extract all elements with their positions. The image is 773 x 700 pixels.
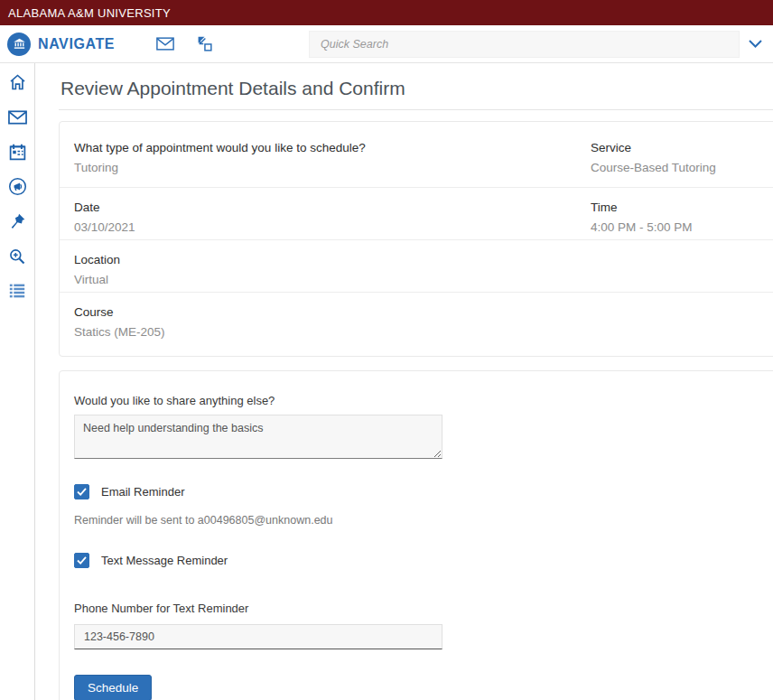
schedule-button[interactable]: Schedule [74,675,152,700]
service-value: Course-Based Tutoring [591,160,773,175]
phone-input[interactable] [74,624,442,649]
university-banner: ALABAMA A&M UNIVERSITY [0,0,773,25]
email-reminder-checkbox[interactable] [74,484,89,499]
main-content: Review Appointment Details and Confirm W… [35,63,773,700]
text-reminder-checkbox[interactable] [74,553,89,568]
location-value: Virtual [74,272,562,287]
app-header: NAVIGATE [0,25,773,63]
course-value: Statics (ME-205) [74,324,562,340]
phone-label: Phone Number for Text Reminder [74,601,773,617]
sidebar-item-messages[interactable] [0,100,35,135]
sidebar-item-pinned[interactable] [0,204,35,239]
service-label: Service [591,140,773,156]
mail-icon [8,110,27,125]
sidebar-item-calendar[interactable] [0,135,35,170]
title-divider [59,109,773,110]
course-label: Course [74,304,562,321]
email-reminder-checkbox-row[interactable]: Email Reminder [74,484,773,499]
text-reminder-label[interactable]: Text Message Reminder [101,554,228,567]
megaphone-icon [8,177,27,196]
chevron-down-icon[interactable] [749,40,762,48]
date-value: 03/10/2021 [74,219,562,235]
date-label: Date [74,200,562,216]
location-label: Location [74,252,562,268]
time-value: 4:00 PM - 5:00 PM [591,219,773,235]
details-row: Location Virtual [60,240,773,293]
navigate-logo-icon[interactable] [7,33,31,56]
pin-icon [8,212,26,230]
left-sidebar [0,63,35,700]
comments-label: Would you like to share anything else? [74,393,773,409]
page-title: Review Appointment Details and Confirm [61,78,773,99]
time-label: Time [591,200,773,216]
details-row: Course Statics (ME-205) [60,293,773,356]
details-row: Date 03/10/2021 Time 4:00 PM - 5:00 PM [60,188,773,240]
sidebar-item-lists[interactable] [0,274,35,309]
popout-icon[interactable] [196,35,213,52]
sidebar-item-campaigns[interactable] [0,170,35,205]
zoom-plus-icon [8,247,26,266]
list-icon [8,283,26,299]
quick-search-input[interactable] [309,31,740,58]
appointment-type-value: Tutoring [74,160,562,175]
brand-name[interactable]: NAVIGATE [38,36,115,52]
check-icon [77,488,87,496]
appointment-type-label: What type of appointment would you like … [74,140,562,156]
check-icon [77,556,87,565]
email-reminder-label[interactable]: Email Reminder [101,485,184,499]
confirm-form-card: Would you like to share anything else? N… [59,370,773,700]
sidebar-item-home[interactable] [0,65,35,100]
text-reminder-checkbox-row[interactable]: Text Message Reminder [74,553,773,568]
details-row: What type of appointment would you like … [60,122,773,188]
university-name: ALABAMA A&M UNIVERSITY [8,6,171,20]
bank-icon [12,36,27,51]
mail-icon[interactable] [156,37,174,51]
calendar-icon [8,143,27,162]
comments-textarea[interactable]: Need help understanding the basics [74,415,442,459]
appointment-details-card: What type of appointment would you like … [59,121,773,357]
email-reminder-note: Reminder will be sent to a00496805@unkno… [74,514,773,527]
home-icon [8,73,27,91]
sidebar-item-search[interactable] [0,239,35,275]
